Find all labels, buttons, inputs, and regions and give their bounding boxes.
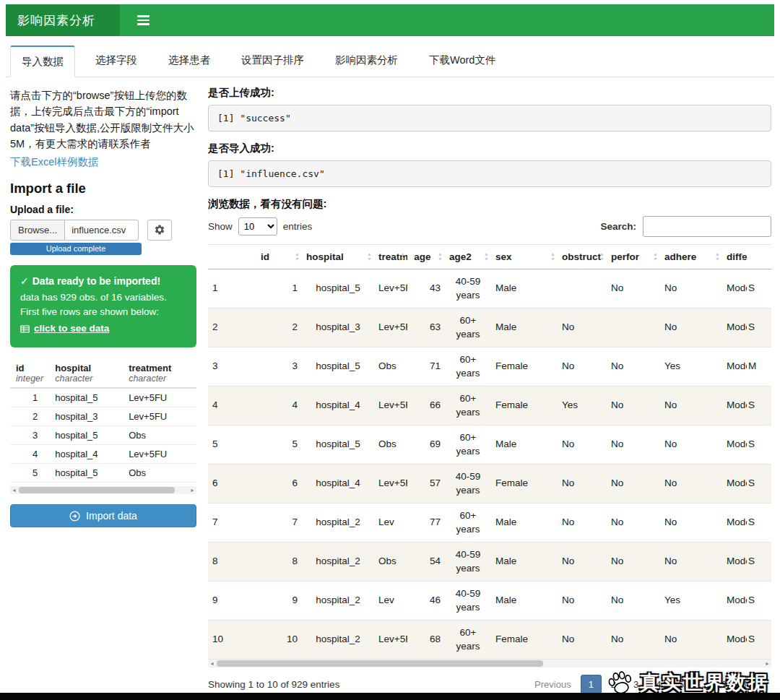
column-header[interactable]: obstruct ▲▼ <box>558 245 607 269</box>
scroll-left-icon[interactable]: ◄ <box>208 660 216 667</box>
cell: S <box>747 621 771 660</box>
cell: Lev <box>374 582 407 621</box>
cell: 1 <box>235 269 302 308</box>
column-header[interactable]: age ▲▼ <box>407 245 445 269</box>
page-button[interactable]: … <box>693 675 707 694</box>
page-button[interactable]: Next <box>736 675 771 694</box>
page-button[interactable]: 3 <box>625 675 646 694</box>
sort-icon[interactable]: ▲▼ <box>400 251 405 262</box>
column-header-label: adhere <box>664 251 696 262</box>
column-header[interactable]: age2 ▲▼ <box>445 245 491 269</box>
table-row[interactable]: 7 7 hospital_2 Lev 77 60+ years Male No … <box>208 504 771 543</box>
cell: No <box>660 269 722 308</box>
data-ready-alert: ✓Data ready to be imported! data has 929… <box>10 265 196 347</box>
menu-icon[interactable] <box>134 12 152 28</box>
page-button[interactable]: 5 <box>671 675 692 694</box>
cell: hospital_2 <box>302 543 374 582</box>
column-header[interactable]: id ▲▼ <box>235 245 302 269</box>
column-header[interactable]: ▲▼ <box>208 245 235 269</box>
tab[interactable]: 选择患者 <box>157 46 221 77</box>
tab[interactable]: 选择字段 <box>84 46 148 77</box>
table-row[interactable]: 5 5 hospital_5 Obs 69 60+ years Male No … <box>208 425 771 464</box>
page-button[interactable]: 93 <box>708 675 734 694</box>
sort-icon[interactable]: ▲▼ <box>484 251 489 262</box>
preview-cell: hospital_5 <box>49 426 123 445</box>
search-input[interactable] <box>643 216 771 237</box>
import-arrow-icon <box>69 511 80 522</box>
scroll-right-icon[interactable]: ► <box>188 486 196 494</box>
cell: Male <box>491 308 558 347</box>
cell <box>607 308 660 347</box>
cell: No <box>558 308 607 347</box>
cell: No <box>558 464 607 504</box>
tab[interactable]: 影响因素分析 <box>324 46 409 77</box>
table-scrollbar[interactable]: ◄ ► <box>208 660 771 667</box>
cell: Yes <box>558 386 607 425</box>
sort-icon[interactable]: ▲▼ <box>295 251 300 262</box>
column-header[interactable]: differ ▲▼ <box>722 245 747 269</box>
settings-button[interactable] <box>147 220 172 241</box>
preview-column-header: hospital <box>49 360 123 373</box>
table-row[interactable]: 4 4 hospital_4 Lev+5FU 66 60+ years Fema… <box>208 386 771 425</box>
cell: 60+ years <box>445 425 491 464</box>
preview-scrollbar[interactable]: ◄ ► <box>10 486 196 494</box>
cell: Lev+5FU <box>374 269 407 308</box>
page-button[interactable]: Previous <box>526 675 579 694</box>
scroll-left-icon[interactable]: ◄ <box>10 486 18 494</box>
scrollbar-thumb[interactable] <box>217 660 543 667</box>
page-button[interactable]: 2 <box>603 675 624 694</box>
column-header[interactable]: ▲▼ <box>747 245 771 269</box>
table-row[interactable]: 2 2 hospital_3 Lev+5FU 63 60+ years Male… <box>208 308 771 347</box>
sort-icon[interactable]: ▲▼ <box>438 251 443 262</box>
preview-cell: 1 <box>10 388 49 407</box>
preview-column-header: treatment <box>123 360 196 373</box>
column-header[interactable]: perfor ▲▼ <box>607 245 660 269</box>
tab[interactable]: 导入数据 <box>10 46 75 77</box>
sort-icon[interactable]: ▲▼ <box>740 251 745 262</box>
column-header[interactable]: treatment ▲▼ <box>374 245 407 269</box>
column-header-label: obstruct <box>562 251 601 262</box>
preview-column-header: id <box>10 360 49 373</box>
page-size-select[interactable]: 10 <box>238 217 277 236</box>
page-button[interactable]: 4 <box>648 675 669 694</box>
cell: Moderate <box>722 425 747 464</box>
scrollbar-thumb[interactable] <box>19 487 175 493</box>
tab[interactable]: 设置因子排序 <box>230 46 315 77</box>
cell: Obs <box>374 543 407 582</box>
cell: 71 <box>407 347 445 386</box>
download-sample-link[interactable]: 下载Excel样例数据 <box>10 155 98 169</box>
import-data-button[interactable]: Import data <box>10 504 196 527</box>
column-header[interactable]: adhere ▲▼ <box>660 245 722 269</box>
column-header[interactable]: hospital ▲▼ <box>302 245 374 269</box>
search-control: Search: <box>600 216 771 237</box>
sort-icon[interactable]: ▲▼ <box>653 251 658 262</box>
table-row[interactable]: 10 10 hospital_2 Lev+5FU 68 60+ years Fe… <box>208 621 771 660</box>
table-row[interactable]: 9 9 hospital_2 Lev 46 40-59 years Male N… <box>208 582 771 621</box>
table-row[interactable]: 6 6 hospital_4 Lev+5FU 57 40-59 years Fe… <box>208 464 771 504</box>
cell: 7 <box>208 504 235 543</box>
cell: 2 <box>235 308 302 347</box>
cell: No <box>660 543 722 582</box>
scroll-right-icon[interactable]: ► <box>763 660 771 667</box>
page-button[interactable]: 1 <box>581 675 602 694</box>
tab[interactable]: 下载Word文件 <box>418 46 506 77</box>
table-row[interactable]: 1 1 hospital_5 Lev+5FU 43 40-59 years Ma… <box>208 269 771 308</box>
table-row[interactable]: 3 3 hospital_5 Obs 71 60+ years Female N… <box>208 347 771 386</box>
preview-cell: 2 <box>10 407 49 426</box>
see-data-link[interactable]: click to see data <box>20 321 109 337</box>
column-header[interactable]: sex ▲▼ <box>491 245 558 269</box>
see-data-link-label: click to see data <box>34 321 109 337</box>
sort-icon[interactable]: ▲▼ <box>715 251 720 262</box>
sort-icon[interactable]: ▲▼ <box>599 251 604 262</box>
sort-icon[interactable]: ▲▼ <box>367 251 372 262</box>
preview-cell: Obs <box>123 464 196 483</box>
preview-column-type: character <box>49 373 123 388</box>
cell: 40-59 years <box>445 543 491 582</box>
browse-button[interactable]: Browse... <box>10 220 65 241</box>
sort-icon[interactable]: ▲▼ <box>550 251 555 262</box>
preview-cell: hospital_4 <box>49 445 123 464</box>
table-row[interactable]: 8 8 hospital_2 Obs 54 40-59 years Male N… <box>208 543 771 582</box>
cell: 10 <box>235 621 302 660</box>
cell: No <box>558 425 607 464</box>
cell: No <box>607 464 660 504</box>
